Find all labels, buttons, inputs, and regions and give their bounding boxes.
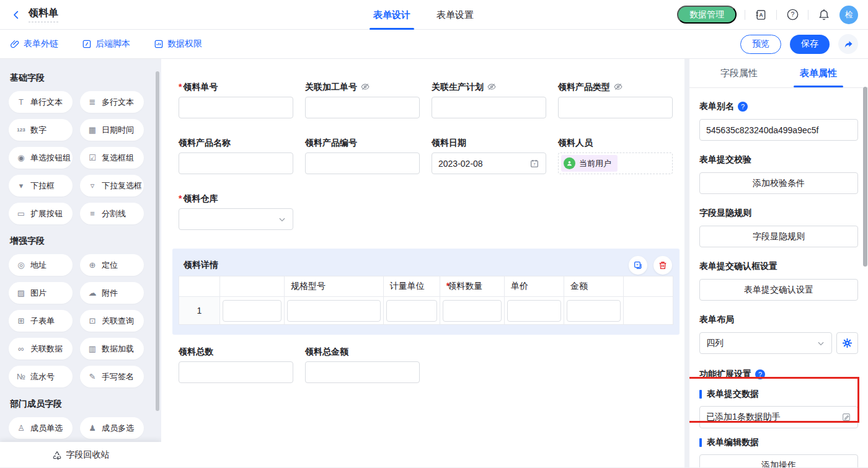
- cell-input[interactable]: [443, 300, 502, 322]
- text-input[interactable]: [305, 152, 420, 174]
- field-type-item[interactable]: ✎手写签名: [80, 366, 144, 387]
- sidebar-scrollbar[interactable]: [156, 71, 159, 411]
- panel-scrollbar[interactable]: [863, 87, 867, 267]
- form-field-total-quantity[interactable]: 领料总数: [179, 346, 293, 383]
- field-type-item[interactable]: ♙成员单选: [9, 417, 73, 439]
- field-type-item[interactable]: ♟成员多选: [80, 417, 144, 439]
- field-type-item[interactable]: ◉单选按钮组: [9, 147, 73, 169]
- form-external-link-button[interactable]: 表单外链: [10, 38, 58, 50]
- column-header-amount[interactable]: 金额: [564, 276, 623, 297]
- field-type-item[interactable]: ▭扩展按钮: [9, 203, 73, 224]
- field-type-item[interactable]: ◎地址: [9, 254, 73, 276]
- column-header-unit-price[interactable]: 单价: [504, 276, 564, 297]
- column-header-spec-model[interactable]: 规格型号: [284, 276, 383, 297]
- linked-data-icon: ∞: [16, 345, 26, 353]
- cell-input[interactable]: [287, 300, 381, 322]
- help-icon[interactable]: ?: [738, 102, 748, 112]
- form-field-total-amount[interactable]: 领料总金额: [305, 346, 420, 383]
- member-input[interactable]: 当前用户: [558, 152, 673, 174]
- form-field-product-no[interactable]: 领料产品编号: [305, 137, 420, 174]
- copy-icon: [633, 260, 643, 270]
- date-input[interactable]: 2023-02-08 7: [432, 152, 546, 174]
- field-type-item[interactable]: №流水号: [9, 366, 73, 387]
- subform-material-detail[interactable]: 领料详情 规格型号 计量单位 *: [172, 249, 680, 335]
- form-title[interactable]: 领料单: [29, 7, 58, 22]
- save-button[interactable]: 保存: [790, 35, 830, 54]
- back-button[interactable]: [10, 9, 22, 21]
- share-button[interactable]: [838, 34, 858, 54]
- preview-button[interactable]: 预览: [740, 35, 781, 54]
- field-type-item[interactable]: ▦日期时间: [80, 119, 144, 141]
- form-field-material-no[interactable]: *领料单号: [179, 81, 293, 118]
- subform-data-row: 1: [179, 297, 673, 325]
- text-input[interactable]: [305, 361, 420, 383]
- cell-input[interactable]: [507, 300, 561, 322]
- tab-form-design[interactable]: 表单设计: [373, 0, 410, 30]
- data-manage-button[interactable]: 数据管理: [677, 6, 737, 24]
- field-type-item[interactable]: ∞关联数据: [9, 338, 73, 360]
- add-operation-button[interactable]: 添加操作: [699, 454, 858, 467]
- add-validation-button[interactable]: 添加校验条件: [699, 172, 858, 194]
- text-input[interactable]: [179, 152, 293, 174]
- submit-confirm-label: 表单提交确认框设置: [699, 261, 777, 272]
- select-input[interactable]: [179, 208, 293, 230]
- copy-subform-button[interactable]: [629, 256, 647, 275]
- tab-form-settings[interactable]: 表单设置: [436, 0, 474, 30]
- attachment-icon: ☁: [87, 289, 97, 297]
- form-field-material-date[interactable]: 领料日期 2023-02-08 7: [432, 137, 546, 174]
- field-type-item[interactable]: ☑复选框组: [80, 147, 144, 169]
- divider: [808, 10, 808, 20]
- field-type-item[interactable]: 123数字: [9, 119, 73, 141]
- form-field-material-product-type[interactable]: 领料产品类型: [558, 81, 673, 118]
- address-book-icon[interactable]: A: [753, 7, 768, 22]
- data-assistant-summary[interactable]: 已添加1条数据助手: [699, 406, 858, 428]
- user-avatar[interactable]: 检: [839, 6, 858, 24]
- field-type-item[interactable]: ▾下拉框: [9, 175, 73, 196]
- data-permission-button[interactable]: 数据权限: [154, 38, 202, 50]
- layout-settings-button[interactable]: [836, 332, 858, 354]
- tab-field-properties[interactable]: 字段属性: [699, 59, 779, 87]
- current-user-tag[interactable]: 当前用户: [561, 155, 618, 172]
- datetime-icon: ▦: [87, 126, 97, 134]
- form-field-product-name[interactable]: 领料产品名称: [179, 137, 293, 174]
- column-header-quantity[interactable]: *领料数量: [440, 276, 504, 297]
- field-type-item[interactable]: ⊕定位: [80, 254, 144, 276]
- calendar-icon: 7: [529, 159, 539, 169]
- subform-table: 规格型号 计量单位 *领料数量 单价 金额 1: [179, 276, 673, 325]
- delete-subform-button[interactable]: [653, 256, 672, 275]
- field-recycle-bin-button[interactable]: 字段回收站: [0, 442, 161, 467]
- field-type-item[interactable]: ⊞子表单: [9, 310, 73, 332]
- field-label: 领料单号: [183, 81, 218, 92]
- cell-input[interactable]: [386, 300, 437, 322]
- notification-bell-icon[interactable]: [817, 7, 831, 22]
- form-field-material-warehouse[interactable]: *领料仓库: [179, 193, 293, 230]
- field-type-item[interactable]: T单行文本: [9, 91, 73, 113]
- help-icon[interactable]: ?: [785, 7, 800, 22]
- cell-input[interactable]: [223, 300, 281, 322]
- backend-script-button[interactable]: 后端脚本: [82, 38, 130, 50]
- field-type-item[interactable]: ≡分割线: [80, 203, 144, 224]
- text-input[interactable]: [179, 361, 293, 383]
- text-input[interactable]: [432, 97, 546, 118]
- form-field-material-person[interactable]: 领料人员 当前用户: [558, 137, 673, 174]
- field-type-item[interactable]: ▥数据加载: [80, 338, 144, 360]
- text-input[interactable]: [558, 97, 673, 118]
- field-type-item[interactable]: ≣多行文本: [80, 91, 144, 113]
- form-field-linked-process-order[interactable]: 关联加工单号: [305, 81, 420, 118]
- cell-input[interactable]: [567, 300, 621, 322]
- submit-confirm-settings-button[interactable]: 表单提交确认设置: [699, 279, 858, 301]
- text-input[interactable]: [179, 97, 293, 118]
- field-type-item[interactable]: ⊡关联查询: [80, 310, 144, 332]
- field-type-item[interactable]: ▨图片: [9, 282, 73, 304]
- column-header-unit[interactable]: 计量单位: [383, 276, 440, 297]
- field-type-label: 手写签名: [102, 371, 134, 382]
- tab-form-properties[interactable]: 表单属性: [779, 59, 858, 87]
- field-visibility-rules-button[interactable]: 字段显隐规则: [699, 226, 858, 247]
- field-type-item[interactable]: ☁附件: [80, 282, 144, 304]
- form-layout-select[interactable]: 四列: [699, 332, 832, 354]
- help-icon[interactable]: ?: [755, 369, 765, 379]
- text-input[interactable]: [305, 97, 420, 118]
- form-alias-input[interactable]: 545635c823240da499a9ec5f: [699, 119, 858, 141]
- field-type-item[interactable]: ▿下拉复选框: [80, 175, 144, 196]
- form-field-linked-production-plan[interactable]: 关联生产计划: [432, 81, 546, 118]
